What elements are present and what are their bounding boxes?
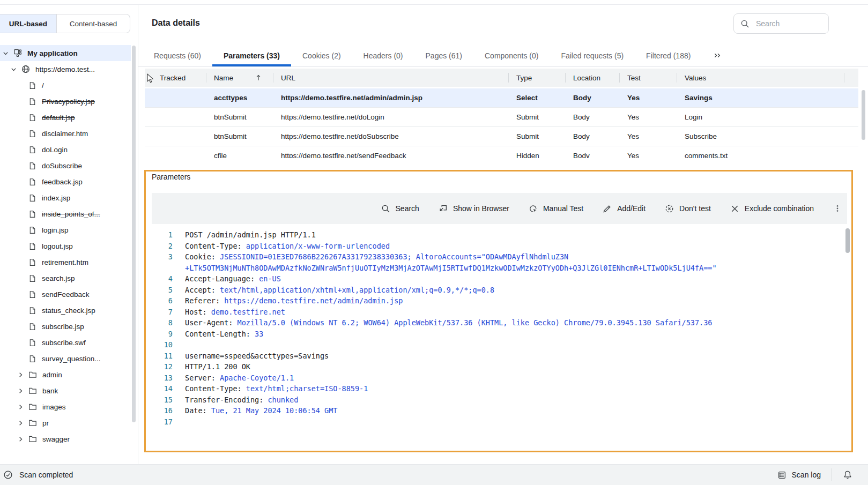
tree-folder-swagger[interactable]: swagger: [0, 431, 131, 447]
view-tab-url-based[interactable]: URL-based: [0, 14, 56, 33]
chevron-right-icon[interactable]: [17, 436, 24, 443]
chevron-right-icon[interactable]: [17, 404, 24, 411]
tree-item-label: inside_points_of...: [42, 210, 100, 218]
table-row[interactable]: cfilehttps://demo.testfire.net/sendFeedb…: [145, 146, 858, 158]
tree-item-inside-points-of[interactable]: inside_points_of...: [0, 206, 131, 222]
tab-filtered-188[interactable]: Filtered (188): [635, 44, 702, 66]
column-header-tracked[interactable]: Tracked: [145, 69, 206, 87]
tree-folder-images[interactable]: images: [0, 399, 131, 415]
chevron-right-icon[interactable]: [17, 387, 24, 394]
column-header-url[interactable]: URL: [273, 69, 508, 87]
cell-type: Submit: [508, 113, 565, 121]
tree-folder-admin[interactable]: admin: [0, 367, 131, 383]
tree-item-host[interactable]: https://demo.test...: [0, 61, 131, 77]
globe-icon: [21, 65, 30, 73]
folder-icon: [28, 402, 37, 411]
file-icon: [28, 178, 36, 186]
file-icon: [28, 258, 36, 266]
toolbar-button-don-t-test[interactable]: Don't test: [665, 204, 711, 213]
search-input[interactable]: [755, 19, 822, 28]
toolbar-button-add-edit[interactable]: Add/Edit: [603, 204, 646, 213]
tree-item-dosubscribe[interactable]: doSubscribe: [0, 158, 131, 174]
column-header-label: Test: [627, 74, 641, 82]
tree-folder-bank[interactable]: bank: [0, 383, 131, 399]
code-text: Content-Type: application/x-www-form-url…: [185, 241, 390, 252]
search-box[interactable]: [733, 13, 829, 34]
tree-folder-pr[interactable]: pr: [0, 415, 131, 431]
tree-item-subscribe-jsp[interactable]: subscribe.jsp: [0, 318, 131, 334]
tab-headers-0[interactable]: Headers (0): [352, 44, 414, 66]
tree-item-label: pr: [42, 419, 49, 427]
tree-item-my-application[interactable]: My application: [0, 45, 131, 61]
toolbar-button-show-in-browser[interactable]: Show in Browser: [439, 204, 509, 213]
toolbar-button-manual-test[interactable]: Manual Test: [529, 204, 583, 213]
cell-url: https://demo.testfire.net/admin/admin.js…: [273, 94, 508, 102]
tree-item-index-jsp[interactable]: index.jsp: [0, 190, 131, 206]
column-header-type[interactable]: Type: [508, 69, 565, 87]
cell-name: cfile: [206, 152, 273, 158]
table-scrollbar-thumb[interactable]: [862, 90, 865, 140]
tree-item-privacypolicy-jsp[interactable]: Privacypolicy.jsp: [0, 93, 131, 109]
chevron-right-icon[interactable]: [17, 371, 24, 378]
tree-item-label: sendFeedback: [42, 290, 90, 299]
tab-parameters-33[interactable]: Parameters (33): [212, 44, 291, 66]
tab-components-0[interactable]: Components (0): [473, 44, 550, 66]
code-scrollbar-thumb[interactable]: [845, 228, 850, 253]
tree-item-dologin[interactable]: doLogin: [0, 141, 131, 158]
tree-item-label: disclaimer.htm: [42, 130, 88, 138]
tree-item-subscribe-swf[interactable]: subscribe.swf: [0, 334, 131, 350]
code-text: username=sspeed&accttypes=Savings: [185, 350, 329, 362]
tabs-overflow-button[interactable]: [705, 44, 730, 66]
notifications-bell-icon[interactable]: [843, 470, 852, 480]
data-tabs: Requests (60)Parameters (33)Cookies (2)H…: [143, 44, 730, 66]
code-line: 10: [146, 339, 843, 350]
chevron-down-icon[interactable]: [10, 66, 17, 73]
tree-item-login-jsp[interactable]: login.jsp: [0, 222, 131, 238]
chevron-down-icon[interactable]: [2, 50, 9, 57]
table-row[interactable]: btnSubmithttps://demo.testfire.net/doLog…: [145, 108, 858, 127]
tree-item-root[interactable]: /: [0, 77, 131, 93]
code-text: +LTk5OTM3NjMuNTh8ODAwMDAzfkNoZWNraW5nfjU…: [185, 263, 717, 274]
line-number: 1: [146, 229, 185, 241]
file-icon: [28, 194, 36, 202]
tree-item-survey-question[interactable]: survey_question...: [0, 350, 131, 367]
tree-item-default-jsp[interactable]: default.jsp: [0, 109, 131, 125]
code-text: Date: Tue, 21 May 2024 10:06:54 GMT: [185, 405, 337, 416]
tab-pages-61[interactable]: Pages (61): [414, 44, 473, 66]
tree-item-status-check-jsp[interactable]: status_check.jsp: [0, 302, 131, 318]
tree-item-disclaimer-htm[interactable]: disclaimer.htm: [0, 125, 131, 141]
tree-item-search-jsp[interactable]: search.jsp: [0, 270, 131, 286]
code-text: Accept-Language: en-US: [185, 273, 281, 285]
line-number: 10: [146, 339, 185, 350]
tree-item-feedback-jsp[interactable]: feedback.jsp: [0, 174, 131, 190]
more-options-button[interactable]: [833, 204, 842, 213]
scan-log-button[interactable]: Scan log: [777, 471, 821, 480]
tree-scrollbar-thumb[interactable]: [132, 46, 136, 422]
tree-item-label: logout.jsp: [42, 242, 73, 250]
column-header-values[interactable]: Values: [677, 69, 844, 87]
tree-item-logout-jsp[interactable]: logout.jsp: [0, 238, 131, 254]
column-header-name[interactable]: Name: [206, 69, 273, 87]
code-text: Cookie: JSESSIONID=01E3ED7686B226267A331…: [185, 251, 568, 263]
tab-cookies-2[interactable]: Cookies (2): [291, 44, 352, 66]
tab-failed-requests-5[interactable]: Failed requests (5): [550, 44, 635, 66]
table-row[interactable]: accttypeshttps://demo.testfire.net/admin…: [145, 88, 858, 108]
toolbar-button-search[interactable]: Search: [381, 204, 419, 213]
column-header-test[interactable]: Test: [619, 69, 677, 87]
view-tab-content-based[interactable]: Content-based: [56, 14, 130, 33]
parameters-table: TrackedNameURLTypeLocationTestValues acc…: [145, 69, 858, 158]
tab-requests-60[interactable]: Requests (60): [143, 44, 212, 66]
cell-location: Body: [565, 113, 619, 121]
column-header-location[interactable]: Location: [565, 69, 619, 87]
toolbar-button-exclude-combination[interactable]: Exclude combination: [730, 204, 814, 213]
file-icon: [28, 274, 36, 282]
column-header-spacer: [844, 69, 858, 87]
table-row[interactable]: btnSubmithttps://demo.testfire.net/doSub…: [145, 127, 858, 146]
column-header-label: Type: [516, 74, 532, 82]
chevron-right-icon[interactable]: [17, 420, 24, 427]
tree-item-retirement-htm[interactable]: retirement.htm: [0, 254, 131, 270]
tree-item-sendfeedback[interactable]: sendFeedback: [0, 286, 131, 302]
code-text: Accept: text/html,application/xhtml+xml,…: [185, 285, 494, 296]
tree-item-label: feedback.jsp: [42, 178, 83, 186]
code-line: 17: [146, 416, 843, 428]
